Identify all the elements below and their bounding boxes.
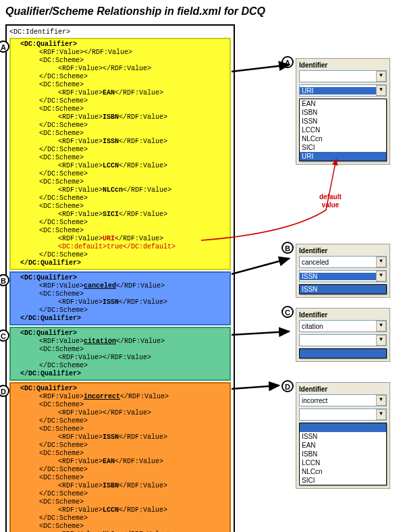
identifier-label: Identifier xyxy=(299,385,387,393)
scheme-close: </DC:Scheme> xyxy=(12,307,227,315)
chevron-down-icon[interactable]: ▼ xyxy=(376,395,386,406)
scheme-close: </DC:Scheme> xyxy=(12,170,227,178)
rdf-value: <RDF:Value>canceled</RDF:Value> xyxy=(12,282,227,290)
panel-badge-c: C xyxy=(281,306,294,318)
scheme-open: <DC:Scheme> xyxy=(12,523,227,531)
scheme-dropdown[interactable]: EAN ISBN ISSN LCCN NLCcn SICI URI xyxy=(299,99,387,161)
dropdown-item[interactable]: NLCcn xyxy=(300,134,386,143)
chevron-down-icon[interactable]: ▼ xyxy=(376,71,386,82)
scheme-combo[interactable]: ▼ xyxy=(299,334,387,346)
chevron-down-icon[interactable]: ▼ xyxy=(376,321,386,331)
rdf-value: <RDF:Value>ISSN</RDF:Value> xyxy=(12,433,227,442)
dropdown-item[interactable]: NLCcn xyxy=(300,467,386,476)
rdf-value: <RDF:Value></RDF:Value> xyxy=(12,49,227,57)
scheme-close: </DC:Scheme> xyxy=(12,362,227,370)
scheme-open: <DC:Scheme> xyxy=(12,203,227,211)
scheme-close: </DC:Scheme> xyxy=(12,146,227,154)
scheme-close: </DC:Scheme> xyxy=(12,251,227,259)
qualifier-open: <DC:Qualifier> xyxy=(12,41,227,49)
dropdown-item[interactable]: SICI xyxy=(300,476,386,485)
rdf-value: <RDF:Value>ISBN</RDF:Value> xyxy=(12,482,227,490)
scheme-open: <DC:Scheme> xyxy=(12,450,227,458)
rdf-value: <RDF:Value>ISSN</RDF:Value> xyxy=(12,298,227,307)
dropdown-item[interactable]: ISSN xyxy=(300,285,386,294)
scheme-dropdown[interactable] xyxy=(299,348,387,358)
default-value: <DC:default>true</DC:default> xyxy=(12,243,227,251)
scheme-open: <DC:Scheme> xyxy=(12,154,227,162)
scheme-open: <DC:Scheme> xyxy=(12,474,227,482)
default-value-label: defaultvalue xyxy=(319,193,342,209)
rdf-value: <RDF:Value>citation</RDF:Value> xyxy=(12,338,227,346)
scheme-open: <DC:Scheme> xyxy=(12,346,227,354)
qualifier-block-c: C <DC:Qualifier> <RDF:Value>citation</RD… xyxy=(9,327,231,381)
identifier-open: <DC:Identifier> xyxy=(9,28,231,36)
qualifier-combo[interactable]: ▼ xyxy=(299,70,387,82)
qualifier-combo[interactable]: citation ▼ xyxy=(299,320,387,332)
dropdown-item[interactable]: SICI xyxy=(300,143,386,152)
dropdown-item[interactable]: ISBN xyxy=(300,108,386,117)
scheme-open: <DC:Scheme> xyxy=(12,425,227,433)
qualifier-block-a: A <DC:Qualifier> <RDF:Value></RDF:Value>… xyxy=(9,38,231,270)
dropdown-item[interactable]: EAN xyxy=(300,99,386,108)
qualifier-combo[interactable]: canceled ▼ xyxy=(299,256,387,268)
panel-badge-a: A xyxy=(281,56,294,68)
rdf-value: <RDF:Value>URI</RDF:Value> xyxy=(12,235,227,243)
qualifier-open: <DC:Qualifier> xyxy=(12,385,227,393)
scheme-close: </DC:Scheme> xyxy=(12,219,227,227)
scheme-close: </DC:Scheme> xyxy=(12,442,227,450)
panel-b: B Identifier canceled ▼ ISSN ▼ ISSN xyxy=(296,244,390,298)
rdf-value: <RDF:Value></RDF:Value> xyxy=(12,65,227,73)
qualifier-block-b: B <DC:Qualifier> <RDF:Value>canceled</RD… xyxy=(9,271,231,325)
chevron-down-icon[interactable]: ▼ xyxy=(376,257,386,267)
scheme-close: </DC:Scheme> xyxy=(12,97,227,105)
scheme-combo[interactable]: ISSN ▼ xyxy=(299,270,387,282)
scheme-close: </DC:Scheme> xyxy=(12,490,227,498)
rdf-value: <RDF:Value>ISSN</RDF:Value> xyxy=(12,138,227,146)
chevron-down-icon[interactable]: ▼ xyxy=(376,85,386,96)
dropdown-item[interactable]: ISSN xyxy=(300,117,386,126)
qualifier-close: </DC:Qualifier> xyxy=(12,259,227,267)
scheme-close: </DC:Scheme> xyxy=(12,514,227,523)
badge-c: C xyxy=(0,329,9,342)
scheme-combo[interactable]: URI ▼ xyxy=(299,84,387,97)
scheme-close: </DC:Scheme> xyxy=(12,466,227,474)
dropdown-item[interactable]: EAN xyxy=(300,441,386,450)
dropdown-item[interactable]: URI xyxy=(300,152,386,161)
scheme-open: <DC:Scheme> xyxy=(12,498,227,506)
scheme-open: <DC:Scheme> xyxy=(12,227,227,235)
dropdown-item[interactable]: LCCN xyxy=(300,458,386,467)
rdf-value: <RDF:Value>SICI</RDF:Value> xyxy=(12,211,227,219)
scheme-combo[interactable]: ▼ xyxy=(299,408,387,421)
dropdown-item[interactable]: ISSN xyxy=(300,432,386,441)
chevron-down-icon[interactable]: ▼ xyxy=(376,335,386,346)
scheme-open: <DC:Scheme> xyxy=(12,401,227,409)
scheme-open: <DC:Scheme> xyxy=(12,57,227,65)
panel-d: D Identifier incorrect ▼ ▼ ISSN EAN ISBN… xyxy=(296,382,390,489)
svg-line-2 xyxy=(232,331,289,335)
dropdown-item[interactable] xyxy=(300,349,386,358)
scheme-dropdown[interactable]: ISSN EAN ISBN LCCN NLCcn SICI xyxy=(299,423,387,485)
xml-container: <DC:Identifier> A <DC:Qualifier> <RDF:Va… xyxy=(5,24,235,532)
page-title: Qualifier/Scheme Relationship in field.x… xyxy=(5,5,398,18)
dropdown-item[interactable]: LCCN xyxy=(300,126,386,134)
qualifier-combo[interactable]: incorrect ▼ xyxy=(299,394,387,406)
chevron-down-icon[interactable]: ▼ xyxy=(376,271,386,282)
rdf-value: <RDF:Value></RDF:Value> xyxy=(12,354,227,362)
scheme-dropdown[interactable]: ISSN xyxy=(299,284,387,294)
scheme-open: <DC:Scheme> xyxy=(12,178,227,186)
dropdown-item[interactable]: ISBN xyxy=(300,450,386,458)
dropdown-item[interactable] xyxy=(300,423,386,432)
rdf-value: <RDF:Value>LCCN</RDF:Value> xyxy=(12,162,227,170)
badge-d: D xyxy=(0,385,9,397)
chevron-down-icon[interactable]: ▼ xyxy=(376,409,386,420)
qualifier-close: </DC:Qualifier> xyxy=(12,315,227,323)
rdf-value: <RDF:Value>NLCcn</RDF:Value> xyxy=(12,186,227,194)
badge-b: B xyxy=(0,274,9,286)
scheme-close: </DC:Scheme> xyxy=(12,417,227,425)
qualifier-block-d: D <DC:Qualifier> <RDF:Value>incorrect</R… xyxy=(9,382,231,532)
rdf-value: <RDF:Value></RDF:Value> xyxy=(12,409,227,417)
svg-line-1 xyxy=(232,259,289,274)
scheme-open: <DC:Scheme> xyxy=(12,130,227,138)
identifier-label: Identifier xyxy=(299,311,387,319)
scheme-open: <DC:Scheme> xyxy=(12,105,227,113)
